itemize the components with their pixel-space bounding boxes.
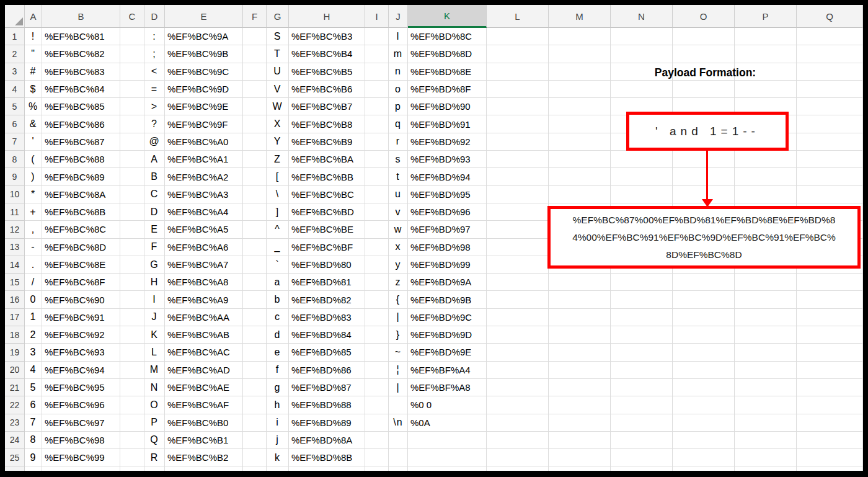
row-header-22[interactable]: 22 — [5, 396, 25, 414]
cell-G21[interactable]: g — [267, 379, 289, 396]
cell-P3[interactable] — [735, 63, 797, 81]
cell-G24[interactable]: j — [267, 432, 289, 449]
cell-O10[interactable] — [673, 186, 735, 203]
row-header-10[interactable]: 10 — [5, 186, 25, 203]
cell-J25[interactable] — [389, 449, 408, 466]
cell-F22[interactable] — [243, 396, 267, 414]
cell-Q23[interactable] — [797, 414, 863, 432]
row-header-18[interactable]: 18 — [5, 326, 25, 344]
column-header-D[interactable]: D — [144, 5, 165, 28]
cell-Q2[interactable] — [797, 45, 863, 63]
column-header-E[interactable]: E — [165, 5, 243, 28]
cell-H20[interactable]: %EF%BD%86 — [289, 362, 365, 379]
cell-L7[interactable] — [487, 133, 549, 151]
cell-D23[interactable]: P — [144, 414, 165, 432]
cell-K10[interactable]: %EF%BD%95 — [408, 186, 487, 203]
cell-K15[interactable]: %EF%BD%9A — [408, 274, 487, 291]
cell-M18[interactable] — [549, 326, 611, 344]
cell-K14[interactable]: %EF%BD%99 — [408, 256, 487, 274]
cell-O12[interactable] — [673, 221, 735, 238]
cell-G7[interactable]: Y — [267, 133, 289, 151]
cell-K16[interactable]: %EF%BD%9B — [408, 291, 487, 308]
cell-C21[interactable] — [120, 379, 144, 396]
cell-J16[interactable]: { — [389, 291, 408, 308]
cell-L11[interactable] — [487, 203, 549, 221]
cell-G4[interactable]: V — [267, 81, 289, 98]
cell-L6[interactable] — [487, 115, 549, 133]
cell-N15[interactable] — [611, 274, 673, 291]
cell-A22[interactable]: 6 — [25, 396, 42, 414]
cell-E9[interactable]: %EF%BC%A2 — [165, 168, 243, 185]
cell-C10[interactable] — [120, 186, 144, 203]
cell-N24[interactable] — [611, 432, 673, 449]
cell-I4[interactable] — [365, 81, 389, 98]
cell-J3[interactable]: n — [389, 63, 408, 81]
cell-G5[interactable]: W — [267, 98, 289, 115]
cell-Q16[interactable] — [797, 291, 863, 308]
cell-B10[interactable]: %EF%BC%8A — [42, 186, 120, 203]
cell-J9[interactable]: t — [389, 168, 408, 185]
row-header-5[interactable]: 5 — [5, 98, 25, 115]
column-header-H[interactable]: H — [289, 5, 365, 28]
cell-Q6[interactable] — [797, 115, 863, 133]
cell-F14[interactable] — [243, 256, 267, 274]
cell-K1[interactable]: %EF%BD%8C — [408, 28, 487, 45]
cell-Q12[interactable] — [797, 221, 863, 238]
cell-O3[interactable] — [673, 63, 735, 81]
cell-P9[interactable] — [735, 168, 797, 185]
cell-O24[interactable] — [673, 432, 735, 449]
cell-C11[interactable] — [120, 203, 144, 221]
cell-I9[interactable] — [365, 168, 389, 185]
cell-E2[interactable]: %EF%BC%9B — [165, 45, 243, 63]
cell-H5[interactable]: %EF%BC%B7 — [289, 98, 365, 115]
column-header-J[interactable]: J — [389, 5, 408, 28]
cell-G8[interactable]: Z — [267, 151, 289, 168]
cell-F17[interactable] — [243, 309, 267, 326]
cell-N12[interactable] — [611, 221, 673, 238]
cell-A23[interactable]: 7 — [25, 414, 42, 432]
cell-D1[interactable]: : — [144, 28, 165, 45]
cell-D9[interactable]: B — [144, 168, 165, 185]
cell-C22[interactable] — [120, 396, 144, 414]
cell-A16[interactable]: 0 — [25, 291, 42, 308]
cell-F16[interactable] — [243, 291, 267, 308]
cell-K8[interactable]: %EF%BD%93 — [408, 151, 487, 168]
cell-M20[interactable] — [549, 362, 611, 379]
cell-M4[interactable] — [549, 81, 611, 98]
cell-J23[interactable]: \n — [389, 414, 408, 432]
cell-N3[interactable] — [611, 63, 673, 81]
row-header-1[interactable]: 1 — [5, 28, 25, 45]
cell-F12[interactable] — [243, 221, 267, 238]
cell-M1[interactable] — [549, 28, 611, 45]
row-header-13[interactable]: 13 — [5, 239, 25, 256]
cell-G25[interactable]: k — [267, 449, 289, 466]
cell-H21[interactable]: %EF%BD%87 — [289, 379, 365, 396]
cell-K11[interactable]: %EF%BD%96 — [408, 203, 487, 221]
cell-K24[interactable] — [408, 432, 487, 449]
row-header-8[interactable]: 8 — [5, 151, 25, 168]
cell-F2[interactable] — [243, 45, 267, 63]
cell-F4[interactable] — [243, 81, 267, 98]
cell-L22[interactable] — [487, 396, 549, 414]
cell-Q25[interactable] — [797, 449, 863, 466]
cell-D5[interactable]: > — [144, 98, 165, 115]
cell-E22[interactable]: %EF%BC%AF — [165, 396, 243, 414]
cell-L25[interactable] — [487, 449, 549, 466]
cell-B12[interactable]: %EF%BC%8C — [42, 221, 120, 238]
cell-Q13[interactable] — [797, 239, 863, 256]
cell-N16[interactable] — [611, 291, 673, 308]
cell-J7[interactable]: r — [389, 133, 408, 151]
cell-J6[interactable]: q — [389, 115, 408, 133]
row-header-21[interactable]: 21 — [5, 379, 25, 396]
cell-N18[interactable] — [611, 326, 673, 344]
cell-G22[interactable]: h — [267, 396, 289, 414]
column-header-G[interactable]: G — [267, 5, 289, 28]
cell-K20[interactable]: %EF%BF%A4 — [408, 362, 487, 379]
cell-C14[interactable] — [120, 256, 144, 274]
cell-O16[interactable] — [673, 291, 735, 308]
cell-P16[interactable] — [735, 291, 797, 308]
cell-M14[interactable] — [549, 256, 611, 274]
cell-E12[interactable]: %EF%BC%A5 — [165, 221, 243, 238]
cell-I7[interactable] — [365, 133, 389, 151]
cell-G17[interactable]: c — [267, 309, 289, 326]
